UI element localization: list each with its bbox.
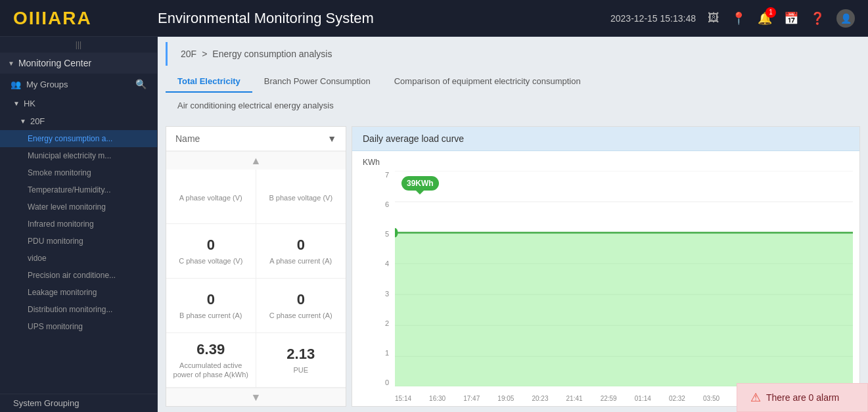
distribution-label: Distribution monitoring...	[28, 305, 112, 314]
sidebar-item-system-grouping[interactable]: System Grouping	[0, 394, 157, 412]
help-icon[interactable]: ❓	[810, 11, 825, 26]
municipal-label: Municipal electricity m...	[28, 151, 111, 160]
hk-label: HK	[24, 99, 35, 108]
metrics-grid: A phase voltage (V) B phase voltage (V) …	[166, 170, 346, 388]
y-tick-7: 7	[385, 171, 389, 179]
breadcrumb: 20F > Energy consumption analysis	[166, 42, 860, 66]
metric-c-phase-current-label: C phase current (A)	[269, 311, 332, 320]
metric-a-phase-current-value: 0	[297, 237, 305, 254]
metric-a-phase-voltage: A phase voltage (V)	[166, 170, 256, 224]
metric-c-phase-current-value: 0	[297, 291, 305, 308]
metric-b-phase-voltage: B phase voltage (V)	[256, 170, 346, 224]
chart-area: KWh 7 6 5 4 3 2 1 0 39	[352, 151, 859, 406]
main-panel: Name ▼ ▲ A phase voltage (V) B phase vol…	[158, 121, 868, 412]
metric-c-phase-voltage-label: C phase voltage (V)	[179, 256, 242, 265]
metric-pue-value: 2.13	[286, 346, 315, 363]
header-title: Environmental Monitoring System	[145, 10, 610, 27]
y-tick-2: 2	[385, 319, 389, 327]
tab-branch-power[interactable]: Branch Power Consumption	[252, 71, 382, 93]
scroll-down-button[interactable]: ▼	[166, 388, 346, 406]
chart-title: Daily average load curve	[352, 127, 859, 151]
logo: OIIIARA	[13, 8, 145, 29]
calendar-icon[interactable]: 📅	[784, 11, 798, 26]
chart-svg	[395, 171, 853, 386]
metric-c-phase-current: 0 C phase current (A)	[256, 279, 346, 333]
sidebar-item-smoke[interactable]: Smoke monitoring	[0, 164, 157, 181]
sidebar-item-distribution[interactable]: Distribution monitoring...	[0, 301, 157, 318]
location-icon[interactable]: 📍	[731, 11, 746, 26]
sidebar-item-hk[interactable]: ▼ HK	[0, 95, 157, 112]
smoke-label: Smoke monitoring	[28, 168, 91, 177]
alarm-text: There are 0 alarm	[766, 392, 839, 403]
energy-label: Energy consumption a...	[28, 134, 112, 143]
x-tick-6: 22:59	[601, 395, 617, 402]
x-tick-0: 15:14	[395, 395, 411, 402]
content-area: 20F > Energy consumption analysis Total …	[158, 37, 868, 412]
chart-y-label: KWh	[363, 158, 380, 167]
my-groups-label: My Groups	[26, 80, 68, 89]
precision-label: Precision air conditione...	[28, 271, 116, 280]
metric-c-phase-voltage-value: 0	[207, 237, 215, 254]
leakage-label: Leakage monitoring	[28, 288, 97, 297]
tabs-bar-row1: Total Electricity Branch Power Consumpti…	[158, 66, 868, 93]
name-selector-label: Name	[175, 133, 200, 144]
sidebar-item-ups[interactable]: UPS monitoring	[0, 318, 157, 335]
alarm-badge: 1	[765, 7, 776, 18]
20f-label: 20F	[30, 116, 45, 126]
monitoring-center-arrow: ▼	[8, 60, 14, 67]
sidebar-item-municipal[interactable]: Municipal electricity m...	[0, 147, 157, 164]
scroll-up-button[interactable]: ▲	[166, 151, 346, 170]
tab-total-electricity[interactable]: Total Electricity	[166, 71, 252, 93]
metric-b-phase-current: 0 B phase current (A)	[166, 279, 256, 333]
infrared-label: Infrared monitoring	[28, 219, 94, 229]
sidebar-item-video[interactable]: vidoe	[0, 250, 157, 267]
sidebar-item-pdu[interactable]: PDU monitoring	[0, 233, 157, 250]
x-tick-1: 16:30	[429, 395, 445, 402]
sidebar-item-20f[interactable]: ▼ 20F	[0, 112, 157, 130]
video-label: vidoe	[28, 254, 47, 263]
pdu-label: PDU monitoring	[28, 237, 83, 246]
metric-b-phase-current-value: 0	[207, 291, 215, 308]
breadcrumb-floor: 20F	[181, 49, 196, 59]
sidebar-item-leakage[interactable]: Leakage monitoring	[0, 284, 157, 301]
breadcrumb-sep: >	[202, 49, 207, 59]
sidebar-item-temperature[interactable]: Temperature/Humidity...	[0, 181, 157, 198]
name-selector[interactable]: Name ▼	[166, 127, 346, 151]
tab-comparison[interactable]: Comparison of equipment electricity cons…	[382, 71, 593, 93]
metrics-panel: Name ▼ ▲ A phase voltage (V) B phase vol…	[166, 126, 346, 407]
20f-arrow: ▼	[20, 118, 26, 125]
chart-tooltip: 39KWh	[401, 176, 439, 191]
sidebar-my-groups[interactable]: 👥 My Groups 🔍	[0, 74, 157, 95]
y-tick-1: 1	[385, 349, 389, 357]
image-icon[interactable]: 🖼	[708, 11, 720, 25]
y-tick-3: 3	[385, 290, 389, 298]
temperature-label: Temperature/Humidity...	[28, 185, 111, 195]
y-tick-5: 5	[385, 230, 389, 238]
sidebar: ||| ▼ Monitoring Center 👥 My Groups 🔍 ▼ …	[0, 37, 158, 412]
search-icon[interactable]: 🔍	[135, 79, 147, 89]
x-tick-4: 20:23	[532, 395, 548, 402]
hk-arrow: ▼	[13, 100, 20, 107]
metric-a-phase-current: 0 A phase current (A)	[256, 224, 346, 279]
sidebar-item-precision[interactable]: Precision air conditione...	[0, 267, 157, 284]
sidebar-monitoring-center[interactable]: ▼ Monitoring Center	[0, 53, 157, 74]
top-header: OIIIARA Environmental Monitoring System …	[0, 0, 868, 37]
x-tick-2: 17:47	[463, 395, 480, 402]
sidebar-item-water[interactable]: Water level monitoring	[0, 198, 157, 216]
metric-active-power-value: 6.39	[196, 341, 225, 358]
header-datetime: 2023-12-15 15:13:48	[610, 13, 696, 24]
metric-a-phase-voltage-label: A phase voltage (V)	[179, 193, 242, 202]
metric-b-phase-voltage-label: B phase voltage (V)	[269, 193, 332, 202]
alarm-bell-icon[interactable]: 🔔 1	[758, 11, 772, 26]
sidebar-item-energy[interactable]: Energy consumption a...	[0, 130, 157, 147]
metric-active-power-label: Accumulated active power of phase A(kWh)	[170, 361, 252, 380]
my-groups-left: 👥 My Groups	[11, 80, 68, 89]
user-avatar[interactable]: 👤	[836, 9, 855, 28]
metric-b-phase-current-label: B phase current (A)	[179, 311, 242, 320]
water-label: Water level monitoring	[28, 202, 106, 212]
main-layout: ||| ▼ Monitoring Center 👥 My Groups 🔍 ▼ …	[0, 37, 868, 412]
metric-pue-label: PUE	[293, 365, 308, 375]
sidebar-item-infrared[interactable]: Infrared monitoring	[0, 216, 157, 233]
tab-aircon[interactable]: Air conditioning electrical energy analy…	[166, 95, 860, 117]
sidebar-collapse-bar[interactable]: |||	[0, 37, 157, 53]
